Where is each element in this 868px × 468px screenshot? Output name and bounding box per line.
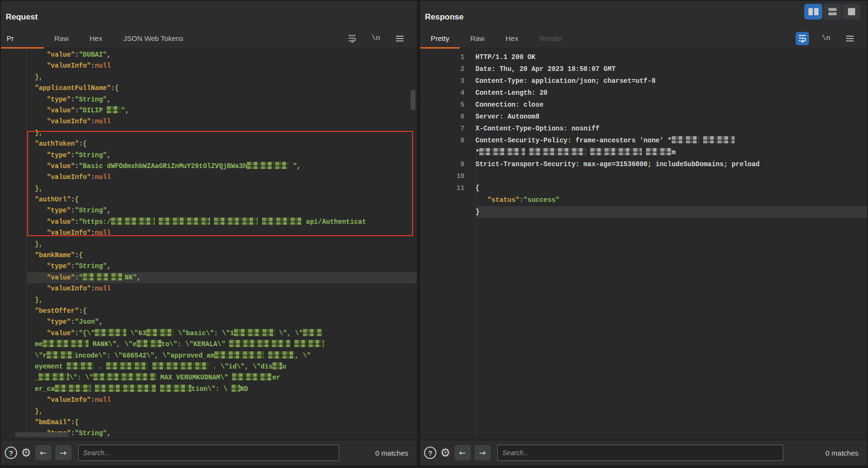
- code-line: "type":"Json",: [1, 317, 417, 328]
- request-code: "value":"DUBAI", "valueInfo":null},"appl…: [1, 49, 417, 439]
- redacted-block: [273, 362, 282, 369]
- code-line: "type":"String",: [1, 205, 417, 216]
- tab-pretty[interactable]: Pretty: [1, 29, 44, 48]
- response-panel: Response Pretty Raw Hex Render \n: [420, 1, 867, 465]
- code-line: "valueInfo":null: [1, 172, 417, 183]
- tab-raw[interactable]: Raw: [44, 29, 79, 48]
- line-number: 2: [420, 63, 471, 75]
- code-line: "valueInfo":null: [1, 116, 417, 127]
- code-line: 7X-Content-Type-Options: nosniff: [420, 123, 867, 135]
- redacted-block: [268, 351, 295, 358]
- request-editor[interactable]: "value":"DUBAI", "valueInfo":null},"appl…: [1, 49, 417, 439]
- code-line: "valueInfo":null: [1, 395, 417, 406]
- layout-stacked-button[interactable]: [823, 4, 841, 20]
- redacted-block: [93, 373, 156, 380]
- code-line: "bmEmail":{: [1, 417, 417, 428]
- response-tabs: Pretty Raw Hex Render \n: [420, 29, 867, 49]
- line-number: 3: [420, 75, 471, 87]
- code-line: "value":"DILIP ",: [1, 105, 417, 116]
- code-line: },: [1, 239, 417, 250]
- code-line: },: [1, 183, 417, 194]
- code-line: "value":"{\" \"63 \"basic\": \"1 \", \": [1, 328, 417, 339]
- redacted-block: [262, 218, 302, 225]
- help-icon[interactable]: ?: [5, 447, 17, 459]
- redacted-block: [232, 385, 240, 392]
- redacted-block: [39, 373, 69, 380]
- response-header: Response Pretty Raw Hex Render \n: [420, 1, 867, 49]
- redacted-block: [672, 136, 699, 143]
- code-line: 9Strict-Transport-Security: max-age=3153…: [420, 159, 867, 170]
- tab-hex[interactable]: Hex: [495, 29, 529, 48]
- redacted-block: [137, 340, 161, 347]
- newline-toggle-icon[interactable]: \n: [369, 32, 383, 45]
- redacted-block: [43, 340, 89, 347]
- menu-icon[interactable]: [843, 32, 857, 45]
- redacted-block: [303, 329, 322, 336]
- code-line: 1HTTP/1.1 200 OK: [420, 51, 867, 63]
- code-line: 11{: [420, 182, 867, 194]
- line-number: 1: [420, 51, 471, 63]
- redacted-block: [247, 162, 289, 169]
- match-count: 0 matches: [375, 449, 410, 457]
- request-editor-icons: \n: [345, 29, 417, 48]
- gear-icon[interactable]: ⚙: [21, 447, 31, 459]
- layout-single-button[interactable]: [842, 4, 860, 20]
- redacted-block: [214, 351, 264, 358]
- redacted-block: [106, 362, 148, 369]
- request-title: Request: [6, 12, 38, 22]
- redacted-block: [83, 273, 125, 280]
- word-wrap-icon[interactable]: [345, 32, 359, 45]
- redacted-block: [234, 329, 275, 336]
- request-panel: Request Pretty Raw Hex JSON Web Tokens \…: [1, 1, 417, 465]
- newline-toggle-icon[interactable]: \n: [819, 32, 833, 45]
- horizontal-scrollbar[interactable]: [15, 432, 69, 437]
- layout-side-by-side-button[interactable]: [804, 4, 822, 20]
- tab-raw[interactable]: Raw: [460, 29, 495, 48]
- code-line: 8Content-Security-Policy: frame-ancestor…: [420, 135, 867, 147]
- redacted-block: [229, 340, 290, 347]
- code-line: 2Date: Thu, 20 Apr 2023 18:50:07 GMT: [420, 63, 867, 75]
- code-line: "valueInfo":null: [1, 60, 417, 71]
- code-line: "bankName":{: [1, 250, 417, 261]
- code-line: 6Server: Autonom8: [420, 111, 867, 123]
- code-line: me RANK\", \"eto\": \"KERALA\": [1, 339, 417, 350]
- code-line: "value":"https:/ api/Authenticat: [1, 217, 417, 228]
- search-input[interactable]: [78, 445, 339, 461]
- menu-icon[interactable]: [393, 32, 406, 45]
- tab-json-web-tokens[interactable]: JSON Web Tokens: [113, 29, 194, 48]
- search-next-button[interactable]: →: [55, 445, 71, 460]
- search-input[interactable]: [497, 445, 783, 461]
- code-line: 4Content-Length: 20: [420, 87, 867, 99]
- search-next-button[interactable]: →: [474, 445, 491, 460]
- redacted-block: [479, 148, 525, 155]
- redacted-block: [47, 351, 74, 358]
- request-header: Request Pretty Raw Hex JSON Web Tokens \…: [1, 1, 417, 49]
- code-line: "type":"String",: [1, 150, 417, 161]
- request-search-toolbar: ? ⚙ ← → 0 matches: [1, 439, 417, 465]
- code-line: },: [1, 128, 417, 139]
- line-number: 4: [420, 87, 471, 99]
- code-line: er_ca tion\": \ ND: [1, 384, 417, 395]
- code-line: "type":"String",: [1, 261, 417, 272]
- code-line: "valueInfo":null: [1, 283, 417, 294]
- redacted-block: [703, 136, 735, 143]
- response-editor-icons: \n: [796, 29, 867, 48]
- word-wrap-icon[interactable]: [796, 32, 809, 45]
- redacted-block: [214, 218, 258, 225]
- search-prev-button[interactable]: ←: [454, 445, 471, 460]
- response-editor[interactable]: 1HTTP/1.1 200 OK2Date: Thu, 20 Apr 2023 …: [420, 49, 867, 439]
- code-line: },: [1, 295, 417, 306]
- line-number: 7: [420, 123, 471, 135]
- code-line: "value":"Basic dWFOdmxhbWZAaGRiZnMuY29tO…: [1, 161, 417, 172]
- help-icon[interactable]: ?: [424, 447, 436, 459]
- request-tabs: Pretty Raw Hex JSON Web Tokens \n: [1, 29, 417, 49]
- tab-hex[interactable]: Hex: [79, 29, 113, 48]
- redacted-block: [55, 385, 91, 392]
- tab-pretty[interactable]: Pretty: [420, 29, 460, 48]
- search-prev-button[interactable]: ←: [35, 445, 51, 460]
- vertical-scrollbar[interactable]: [411, 90, 415, 110]
- match-count: 0 matches: [826, 449, 860, 457]
- redacted-block: [160, 385, 192, 392]
- gear-icon[interactable]: ⚙: [440, 447, 451, 459]
- redacted-block: [529, 148, 586, 155]
